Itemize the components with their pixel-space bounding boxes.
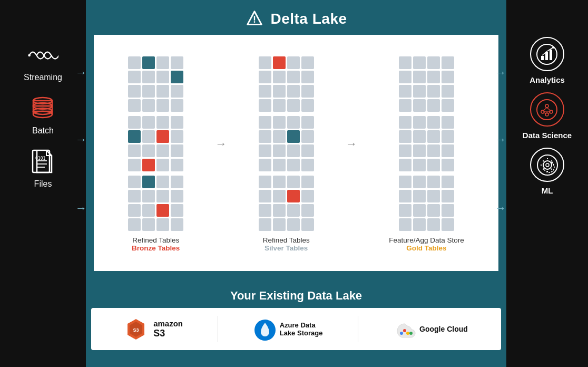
svg-rect-27 [545,52,548,60]
output-analytics: Analytics [530,37,565,84]
silver-main-label: Refined Tables [263,236,310,244]
svg-point-29 [552,46,554,49]
amazon-s3-icon: S3 [124,317,148,341]
delta-lake-title: Delta Lake [270,11,347,27]
delta-lake-header: Delta Lake [86,0,506,35]
bronze-grids [128,56,183,231]
svg-point-24 [409,332,413,335]
silver-label: Refined Tables Silver Tables [263,236,310,252]
google-cloud-logo: Google Cloud [393,318,468,340]
gold-main-label: Feature/Agg Data Store [389,236,464,244]
svg-point-31 [545,104,548,108]
silver-grid-2 [259,116,314,171]
silver-grid-3 [259,176,314,231]
google-cloud-icon [393,318,414,340]
data-science-label: Data Science [523,131,572,140]
svg-point-23 [406,332,409,335]
s3-label: S3 [153,328,183,339]
svg-rect-26 [541,56,544,60]
bottom-title: Your Existing Data Lake [230,289,362,303]
arrow-bronze-silver: → [215,137,227,151]
existing-data-lake-section: Your Existing Data Lake S3 amazon [86,277,506,367]
svg-point-0 [28,54,31,56]
svg-rect-28 [550,50,552,60]
gold-grid-3 [399,176,454,231]
source-batch: Batch [27,95,59,136]
delta-logo-icon [245,9,264,28]
gold-sub-label: Gold Tables [389,244,464,252]
bronze-label: Refined Tables Bronze Tables [132,236,180,252]
files-label: Files [34,179,52,189]
ml-label: ML [542,186,553,195]
right-sidebar: → → → Analytics [506,0,588,367]
arrow-silver-gold: → [346,137,357,151]
azure-logo: Azure Data Lake Storage [253,318,323,340]
arrow-to-ml: → [495,201,506,215]
gold-table-section: Feature/Agg Data Store Gold Tables [389,56,464,252]
svg-line-35 [543,108,547,111]
delta-lake-section: Delta Lake [86,0,506,277]
svg-line-47 [543,160,544,161]
divider-1 [218,316,218,342]
svg-line-50 [543,169,544,170]
main-layout: Streaming → Batch → [0,0,588,367]
silver-sub-label: Silver Tables [263,244,310,252]
streaming-label: Streaming [24,73,62,82]
bronze-grid-1 [128,56,183,112]
batch-label: Batch [32,126,54,136]
arrow-to-analytics: → [495,66,506,80]
divider-2 [358,316,358,342]
svg-point-30 [537,100,557,120]
azure-icon [253,318,275,340]
google-cloud-label: Google Cloud [419,325,468,333]
bronze-grid-2 [128,116,183,171]
analytics-label: Analytics [530,75,565,84]
svg-point-22 [403,329,406,332]
source-streaming: Streaming [24,42,62,82]
files-icon: 0101 [27,149,59,175]
logos-row: S3 amazon S3 [91,308,501,350]
gold-grids [399,56,454,231]
svg-text:S3: S3 [133,327,139,333]
gold-grid-2 [399,116,454,171]
bronze-sub-label: Bronze Tables [132,244,180,252]
analytics-icon [530,37,564,71]
amazon-label: amazon [153,319,183,328]
arrow-streaming: → [75,66,87,80]
arrow-files: → [75,201,87,215]
gold-grid-1 [399,56,454,112]
arrow-batch: → [75,133,87,147]
source-files: 0101 Files [27,149,59,189]
bronze-main-label: Refined Tables [132,236,180,244]
batch-icon [27,95,59,122]
output-ml: ML [530,148,564,195]
silver-grid-1 [259,56,314,112]
streaming-icon [27,42,58,69]
svg-point-41 [543,161,552,169]
azure-line1: Azure Data [280,321,323,329]
arrow-to-datascience: → [495,133,506,147]
bronze-table-section: Refined Tables Bronze Tables [128,56,183,252]
silver-table-section: Refined Tables Silver Tables [259,56,314,252]
gold-label: Feature/Agg Data Store Gold Tables [389,236,464,252]
tables-panel: Refined Tables Bronze Tables → [94,35,498,271]
svg-point-16 [254,21,256,23]
center-col: Delta Lake [86,0,506,367]
svg-line-49 [551,160,552,161]
data-science-icon [530,92,564,127]
left-sidebar: Streaming → Batch → [0,0,86,367]
amazon-s3-logo: S3 amazon S3 [124,317,183,341]
svg-text:0101: 0101 [35,156,45,161]
ml-icon [530,148,564,182]
bronze-grid-3 [128,176,183,231]
svg-line-36 [547,108,551,111]
svg-line-48 [551,169,552,170]
svg-rect-9 [33,150,50,172]
svg-point-42 [546,163,549,167]
svg-point-21 [400,332,403,335]
azure-line2: Lake Storage [280,329,323,337]
silver-grids [259,56,314,231]
output-data-science: Data Science [523,92,572,140]
